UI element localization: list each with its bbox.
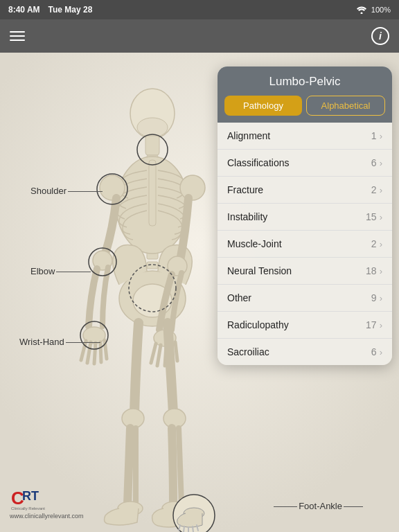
chevron-right-icon: › bbox=[380, 293, 382, 303]
list-item-name: Fracture bbox=[227, 184, 263, 195]
list-item-right: 17 › bbox=[366, 319, 382, 330]
tab-alphabetical[interactable]: Alphabetical bbox=[306, 96, 385, 116]
wifi-icon bbox=[356, 6, 367, 14]
list-item-alignment[interactable]: Alignment 1 › bbox=[218, 123, 392, 150]
svg-rect-18 bbox=[149, 160, 156, 226]
svg-line-31 bbox=[175, 342, 177, 361]
wrist-hand-label: Wrist-Hand bbox=[19, 337, 64, 347]
svg-point-0 bbox=[360, 12, 362, 14]
chevron-right-icon: › bbox=[380, 185, 382, 195]
list-item-muscle-joint[interactable]: Muscle-Joint 2 › bbox=[218, 231, 392, 258]
list-item-count: 18 bbox=[366, 265, 377, 276]
list-item-name: Muscle-Joint bbox=[227, 238, 282, 249]
status-bar: 8:40 AM Tue May 28 100% bbox=[0, 0, 399, 19]
list-item-name: Other bbox=[227, 292, 251, 303]
svg-line-35 bbox=[100, 342, 101, 362]
list-item-right: 2 › bbox=[371, 238, 382, 249]
list-item-right: 18 › bbox=[366, 265, 382, 276]
crt-logo-container: C R T Clinically Relevant Technologies bbox=[10, 485, 84, 511]
list-item-name: Neural Tension bbox=[227, 265, 292, 276]
battery-text: 100% bbox=[371, 6, 391, 14]
crt-logo-svg: C R T Clinically Relevant Technologies bbox=[10, 485, 46, 511]
list-item-count: 17 bbox=[366, 319, 377, 330]
chevron-right-icon: › bbox=[380, 266, 382, 276]
list-item-name: Classifications bbox=[227, 157, 289, 168]
list-item-right: 1 › bbox=[371, 130, 382, 141]
svg-line-46 bbox=[193, 526, 193, 532]
list-item-right: 15 › bbox=[366, 211, 382, 222]
list-item-count: 6 bbox=[371, 346, 377, 357]
status-time: 8:40 AM bbox=[8, 5, 40, 15]
svg-text:R: R bbox=[22, 489, 31, 503]
panel-header: Lumbo-Pelvic bbox=[218, 66, 392, 96]
list-item-count: 2 bbox=[371, 238, 377, 249]
list-item-name: Instability bbox=[227, 211, 267, 222]
list-item-right: 6 › bbox=[371, 157, 382, 168]
shoulder-label: Shoulder bbox=[30, 186, 66, 196]
list-item-name: Alignment bbox=[227, 130, 270, 141]
list-item-count: 1 bbox=[371, 130, 377, 141]
footer-logo: C R T Clinically Relevant Technologies w… bbox=[10, 485, 84, 520]
svg-text:T: T bbox=[31, 489, 39, 503]
foot-ankle-label: Foot-Ankle bbox=[299, 501, 342, 511]
svg-point-22 bbox=[100, 175, 125, 200]
main-content: Shoulder Elbow Wrist-Hand Foot-Ankle Lum… bbox=[0, 53, 399, 532]
status-icons: 100% bbox=[356, 6, 391, 14]
list-item-classifications[interactable]: Classifications 6 › bbox=[218, 150, 392, 177]
list-item-count: 9 bbox=[371, 292, 377, 303]
list-item-fracture[interactable]: Fracture 2 › bbox=[218, 177, 392, 204]
list-item-count: 15 bbox=[366, 211, 377, 222]
svg-point-21 bbox=[180, 175, 205, 200]
list-item-radiculopathy[interactable]: Radiculopathy 17 › bbox=[218, 312, 392, 339]
status-date: Tue May 28 bbox=[48, 5, 93, 15]
tab-pathology[interactable]: Pathology bbox=[224, 96, 302, 116]
website-url: www.clinicallyrelevant.com bbox=[10, 513, 84, 520]
chevron-right-icon: › bbox=[380, 212, 382, 222]
chevron-right-icon: › bbox=[380, 158, 382, 168]
list-item-sacroiliac[interactable]: Sacroiliac 6 › bbox=[218, 339, 392, 365]
panel-list: Alignment 1 › Classifications 6 › Fractu… bbox=[218, 123, 392, 365]
list-item-count: 6 bbox=[371, 157, 377, 168]
menu-button[interactable] bbox=[10, 31, 25, 41]
list-item-name: Sacroiliac bbox=[227, 346, 269, 357]
panel-tabs: Pathology Alphabetical bbox=[218, 96, 392, 123]
chevron-right-icon: › bbox=[380, 131, 382, 141]
list-item-right: 6 › bbox=[371, 346, 382, 357]
list-item-other[interactable]: Other 9 › bbox=[218, 285, 392, 312]
panel-title: Lumbo-Pelvic bbox=[269, 75, 341, 88]
list-item-count: 2 bbox=[371, 184, 377, 195]
lumbo-pelvic-panel: Lumbo-Pelvic Pathology Alphabetical Alig… bbox=[218, 66, 392, 365]
elbow-label: Elbow bbox=[30, 266, 55, 276]
svg-rect-4 bbox=[145, 136, 159, 155]
list-item-name: Radiculopathy bbox=[227, 319, 289, 330]
svg-line-44 bbox=[184, 526, 184, 532]
list-item-right: 2 › bbox=[371, 184, 382, 195]
svg-line-34 bbox=[94, 343, 96, 364]
chevron-right-icon: › bbox=[380, 320, 382, 330]
svg-text:Clinically Relevant: Clinically Relevant bbox=[11, 506, 45, 511]
list-item-instability[interactable]: Instability 15 › bbox=[218, 204, 392, 231]
nav-bar: i bbox=[0, 19, 399, 53]
list-item-neural-tension[interactable]: Neural Tension 18 › bbox=[218, 258, 392, 285]
list-item-right: 9 › bbox=[371, 292, 382, 303]
chevron-right-icon: › bbox=[380, 239, 382, 249]
chevron-right-icon: › bbox=[380, 347, 382, 357]
info-button[interactable]: i bbox=[371, 27, 389, 45]
